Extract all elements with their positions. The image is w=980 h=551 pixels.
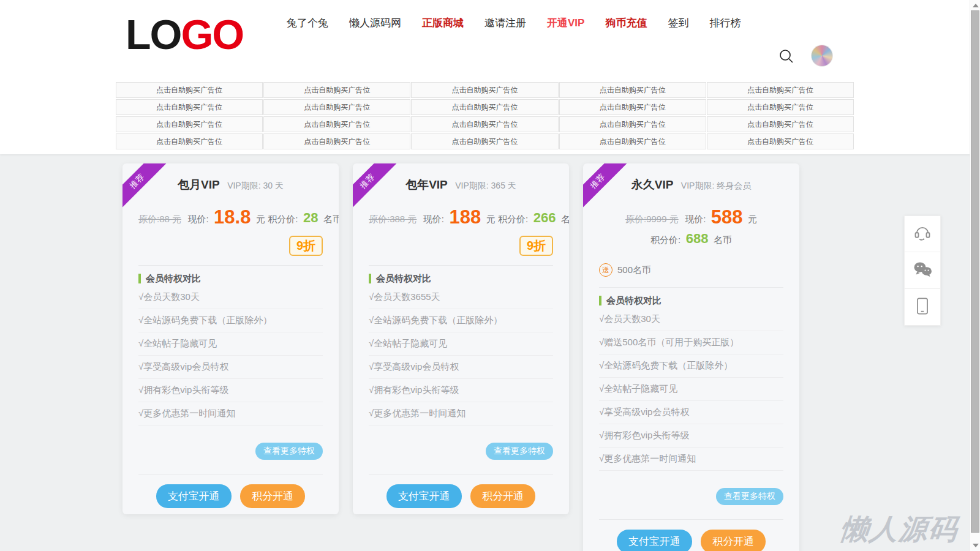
ad-slot[interactable]: 点击自助购买广告位 — [263, 82, 410, 98]
feature-item: √享受高级vip会员特权 — [599, 401, 783, 424]
divider — [369, 265, 553, 266]
nav-item-open-vip[interactable]: 开通VIP — [547, 16, 584, 30]
vip-card-lifetime: 推荐 永久VIP VIP期限: 终身会员 原价:9999 元 现价: 588 元… — [583, 163, 799, 551]
ad-slot[interactable]: 点击自助购买广告位 — [707, 99, 854, 115]
current-price: 18.8 — [214, 206, 251, 228]
scrollbar[interactable] — [970, 0, 980, 551]
ad-row: 点击自助购买广告位点击自助购买广告位点击自助购买广告位点击自助购买广告位点击自助… — [116, 116, 854, 132]
watermark: 懒人源码 — [839, 511, 960, 549]
feature-item: √会员天数30天 — [138, 286, 323, 309]
view-more-privileges-button[interactable]: 查看更多特权 — [255, 443, 323, 460]
alipay-open-button[interactable]: 支付宝开通 — [156, 484, 232, 508]
more-row: 查看更多特权 — [369, 443, 553, 459]
nav-item-rabbit[interactable]: 兔了个兔 — [287, 16, 328, 30]
original-price: 原价:9999 元 — [625, 214, 679, 224]
user-avatar[interactable] — [811, 45, 833, 67]
mobile-version-button[interactable] — [904, 289, 941, 326]
points-price-label: 积分价: — [268, 214, 298, 224]
feature-item: √拥有彩色vip头衔等级 — [599, 424, 783, 448]
view-more-privileges-button[interactable]: 查看更多特权 — [716, 488, 783, 505]
points-open-button[interactable]: 积分开通 — [701, 530, 766, 551]
now-price-label: 现价: — [187, 214, 208, 224]
ad-slot[interactable]: 点击自助购买广告位 — [263, 116, 410, 132]
ad-slot[interactable]: 点击自助购买广告位 — [263, 133, 410, 149]
more-row: 查看更多特权 — [599, 488, 783, 504]
feature-item: √全站帖子隐藏可见 — [599, 378, 783, 401]
nav-item-invite-register[interactable]: 邀请注册 — [484, 16, 526, 30]
ad-slot[interactable]: 点击自助购买广告位 — [707, 133, 854, 149]
scrollbar-thumb[interactable] — [971, 10, 979, 533]
features-list: √会员天数30天√全站源码免费下载（正版除外）√全站帖子隐藏可见√享受高级vip… — [138, 286, 323, 425]
nav-item-coin-recharge[interactable]: 狗币充值 — [605, 16, 647, 30]
ad-slot[interactable]: 点击自助购买广告位 — [559, 82, 706, 98]
wechat-icon — [913, 261, 932, 280]
divider — [138, 474, 323, 474]
phone-icon — [914, 297, 930, 318]
ad-slot[interactable]: 点击自助购买广告位 — [411, 99, 558, 115]
current-price: 588 — [711, 206, 743, 228]
alipay-open-button[interactable]: 支付宝开通 — [617, 530, 692, 551]
feature-item: √更多优惠第一时间通知 — [369, 402, 553, 425]
points-price-row: 积分价: 688 名币 — [599, 231, 783, 249]
ad-slot[interactable]: 点击自助购买广告位 — [116, 133, 263, 149]
features-list: √会员天数3655天√全站源码免费下载（正版除外）√全站帖子隐藏可见√享受高级v… — [369, 286, 553, 425]
floating-toolbar — [904, 216, 941, 326]
card-title: 包月VIP — [178, 178, 220, 191]
ad-slot[interactable]: 点击自助购买广告位 — [116, 99, 263, 115]
nav-item-genuine-mall[interactable]: 正版商城 — [422, 16, 464, 30]
customer-service-button[interactable] — [904, 216, 941, 252]
points-price: 28 — [303, 210, 318, 225]
card-term: VIP期限: 终身会员 — [681, 181, 751, 190]
gift-icon: 送 — [599, 263, 612, 277]
card-term: VIP期限: 365 天 — [455, 181, 516, 190]
ad-slot[interactable]: 点击自助购买广告位 — [263, 99, 410, 115]
now-price-label: 现价: — [685, 214, 706, 224]
features-title: 会员特权对比 — [599, 296, 783, 305]
nav-item-sign-in[interactable]: 签到 — [668, 16, 688, 30]
divider — [599, 519, 783, 520]
ad-slot[interactable]: 点击自助购买广告位 — [411, 116, 558, 132]
points-open-button[interactable]: 积分开通 — [470, 484, 535, 508]
ad-slot[interactable]: 点击自助购买广告位 — [116, 116, 263, 132]
features-title: 会员特权对比 — [369, 274, 553, 283]
nav-item-lanren-source[interactable]: 懒人源码网 — [349, 16, 401, 30]
current-price: 188 — [449, 206, 481, 228]
original-price: 原价:388 元 — [369, 214, 417, 224]
discount-badge: 9折 — [519, 236, 553, 256]
search-button[interactable] — [778, 48, 795, 65]
features-list: √会员天数30天√赠送500名币（可用于购买正版）√全站源码免费下载（正版除外）… — [599, 308, 783, 471]
points-price-label: 积分价: — [498, 214, 528, 224]
feature-item: √赠送500名币（可用于购买正版） — [599, 331, 783, 354]
ad-slot[interactable]: 点击自助购买广告位 — [116, 82, 263, 98]
ad-slot[interactable]: 点击自助购买广告位 — [411, 133, 558, 149]
scroll-down-arrow[interactable] — [973, 544, 979, 547]
price-row: 原价:9999 元 现价: 588 元 — [599, 206, 783, 230]
divider — [138, 265, 323, 266]
alipay-open-button[interactable]: 支付宝开通 — [386, 484, 462, 508]
ad-slot[interactable]: 点击自助购买广告位 — [559, 99, 706, 115]
ad-slot[interactable]: 点击自助购买广告位 — [559, 133, 706, 149]
open-buttons-row: 支付宝开通 积分开通 — [599, 530, 783, 551]
ad-row: 点击自助购买广告位点击自助购买广告位点击自助购买广告位点击自助购买广告位点击自助… — [116, 133, 854, 149]
card-term: VIP期限: 30 天 — [227, 181, 284, 190]
view-more-privileges-button[interactable]: 查看更多特权 — [486, 443, 553, 460]
wechat-contact-button[interactable] — [904, 252, 941, 289]
price-unit: 元 — [486, 214, 496, 224]
feature-item: √全站源码免费下载（正版除外） — [369, 309, 553, 332]
ad-slot[interactable]: 点击自助购买广告位 — [707, 116, 854, 132]
ad-slot[interactable]: 点击自助购买广告位 — [559, 116, 706, 132]
open-buttons-row: 支付宝开通 积分开通 — [369, 484, 553, 508]
ad-grid-body: 点击自助购买广告位点击自助购买广告位点击自助购买广告位点击自助购买广告位点击自助… — [116, 82, 854, 149]
points-unit: 名币 — [714, 234, 732, 245]
points-open-button[interactable]: 积分开通 — [240, 484, 305, 508]
ad-slot[interactable]: 点击自助购买广告位 — [707, 82, 854, 98]
card-title: 永久VIP — [631, 178, 674, 191]
ad-slot[interactable]: 点击自助购买广告位 — [411, 82, 558, 98]
site-logo[interactable]: LOGO — [126, 9, 243, 60]
scroll-up-arrow[interactable] — [973, 4, 979, 7]
now-price-label: 现价: — [423, 214, 444, 224]
feature-item: √更多优惠第一时间通知 — [138, 402, 323, 425]
logo-part-red: GO — [181, 11, 243, 58]
nav-item-ranking[interactable]: 排行榜 — [709, 16, 741, 30]
ad-row: 点击自助购买广告位点击自助购买广告位点击自助购买广告位点击自助购买广告位点击自助… — [116, 82, 854, 98]
